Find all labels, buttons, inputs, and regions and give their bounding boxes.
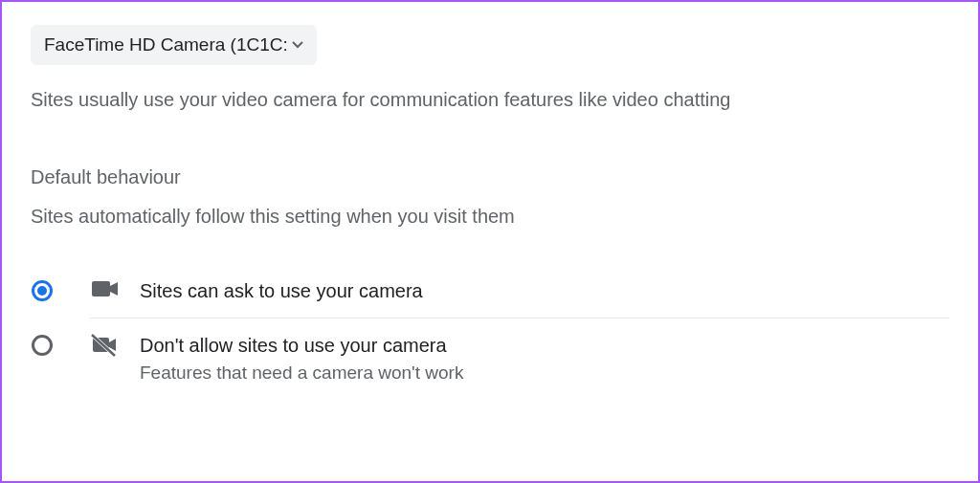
camera-off-icon xyxy=(90,334,121,357)
camera-description: Sites usually use your video camera for … xyxy=(31,86,949,113)
camera-select-value: FaceTime HD Camera (1C1C: xyxy=(44,34,288,55)
option-allow-title: Sites can ask to use your camera xyxy=(140,277,423,304)
option-block-sub: Features that need a camera won't work xyxy=(140,362,463,384)
radio-allow[interactable] xyxy=(31,279,54,302)
section-sub: Sites automatically follow this setting … xyxy=(31,206,949,228)
radio-block[interactable] xyxy=(31,334,54,357)
option-block-title: Don't allow sites to use your camera xyxy=(140,332,463,359)
section-heading: Default behaviour xyxy=(31,166,949,188)
chevron-down-icon xyxy=(292,41,303,49)
camera-icon xyxy=(90,279,121,298)
option-block[interactable]: Don't allow sites to use your camera Fea… xyxy=(31,318,949,397)
camera-select-dropdown[interactable]: FaceTime HD Camera (1C1C: xyxy=(31,25,317,65)
svg-rect-0 xyxy=(92,281,110,296)
option-allow[interactable]: Sites can ask to use your camera xyxy=(31,264,949,318)
